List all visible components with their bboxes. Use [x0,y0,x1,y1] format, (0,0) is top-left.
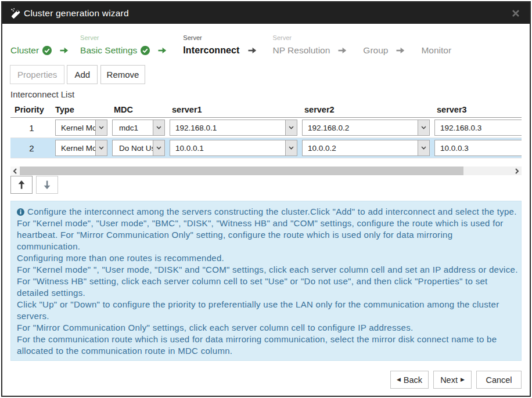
server1-select-value: 10.0.0.1 [170,140,285,155]
server3-cell: 192.168.0.3 [432,118,522,138]
step-cluster: Cluster [10,34,52,57]
toolbar: Properties Add Remove [10,65,148,84]
column-header-server1: server1 [167,104,300,117]
remove-button[interactable]: Remove [100,65,145,84]
type-select-value: Kernel Mode [56,140,95,155]
type-cell: Kernel Mode [53,138,110,158]
info-line-text: allocated to the communication route in … [17,346,232,356]
close-icon[interactable] [512,2,520,24]
wizard-stepper: ClusterServerBasic SettingsServerInterco… [10,34,451,57]
chevron-down-icon [95,120,107,135]
type-select[interactable]: Kernel Mode [55,120,107,136]
interconnect-list-label: Interconnect List [10,89,74,99]
info-line-text: Configure the interconnect among the ser… [27,207,517,216]
chevron-down-icon [285,140,297,155]
magic-wand-icon [10,8,21,19]
scroll-left-icon[interactable] [10,167,20,175]
info-line: Configure the interconnect among the ser… [17,206,516,218]
titlebar: Cluster generation wizard [2,2,530,24]
info-line: For "Witness HB" setting, click each ser… [17,276,516,287]
info-line-text: For "Kernel mode", "User mode", "BMC", "… [17,218,504,228]
properties-button[interactable]: Properties [10,65,64,84]
info-line-text: For "Witness HB" setting, click each ser… [17,276,488,286]
check-circle-icon [141,46,150,55]
chevron-down-icon [153,140,164,155]
move-up-button[interactable] [10,176,33,194]
column-header-mdc: MDC [110,104,167,117]
arrow-right-icon [248,47,257,54]
info-icon [17,207,24,219]
server3-select-value: 10.0.0.3 [435,140,522,155]
server2-cell: 192.168.0.2 [300,118,432,138]
back-triangle-icon: ◀ [397,377,401,382]
arrow-right-icon [396,47,405,54]
step-arrow-icon [60,44,69,57]
interconnect-row-1[interactable]: 1Kernel Modemdc1192.168.0.1192.168.0.219… [10,118,522,138]
step-group-label: Server [183,34,239,44]
footer: ◀ Back Next ▶ Cancel [386,371,522,389]
back-button[interactable]: ◀ Back [390,371,429,389]
step-monitor: Monitor [421,34,451,57]
chevron-down-icon [285,120,297,135]
priority-updown [10,176,62,194]
server1-select-value: 192.168.0.1 [170,120,285,135]
dialog-body: ClusterServerBasic SettingsServerInterco… [2,24,530,396]
scroll-right-icon[interactable] [512,167,522,175]
mdc-cell: mdc1 [110,118,167,138]
type-select[interactable]: Kernel Mode [55,140,107,156]
info-line-text: For the communication route which is use… [17,334,497,344]
server2-select-value: 10.0.0.2 [303,140,418,155]
mdc-cell: Do Not Use [110,138,167,158]
move-down-button[interactable] [36,176,58,194]
server2-select[interactable]: 10.0.0.2 [302,140,430,156]
info-line: servers. [17,310,516,322]
column-header-server3: server3 [432,104,522,117]
server3-select[interactable]: 10.0.0.3 [434,140,522,156]
chevron-down-icon [418,140,429,155]
table-header-row: PriorityTypeMDCserver1server2server3 [10,104,522,118]
mdc-select[interactable]: Do Not Use [112,140,165,156]
step-arrow-icon [396,44,405,57]
up-arrow-icon [17,180,26,190]
add-button[interactable]: Add [67,65,98,84]
priority-cell: 1 [10,118,53,138]
type-cell: Kernel Mode [53,118,110,138]
next-button-label: Next [440,375,458,385]
step-label: Group [363,45,388,56]
info-line-text: communication. [17,241,80,251]
next-triangle-icon: ▶ [461,377,465,382]
info-line: allocated to the communication route in … [17,345,516,357]
mdc-select[interactable]: mdc1 [112,120,165,136]
next-button[interactable]: Next ▶ [433,371,472,389]
server2-select[interactable]: 192.168.0.2 [302,120,430,136]
step-arrow-icon [338,44,347,57]
scrollbar-thumb[interactable] [20,167,463,175]
info-line: detailed settings. [17,287,516,299]
server3-select-value: 192.168.0.3 [435,120,522,135]
step-label: Cluster [10,45,39,56]
server1-select[interactable]: 192.168.0.1 [170,120,297,136]
priority-cell: 2 [10,138,53,158]
arrow-right-icon [338,47,347,54]
info-line-text: For "Mirror Communication Only" settings… [17,323,414,332]
server1-select[interactable]: 10.0.0.1 [170,140,297,156]
info-line: communication. [17,241,516,252]
info-line: For "Kernel mode" ", "User mode, "DISK" … [17,264,516,276]
chevron-down-icon [418,120,429,135]
server3-select[interactable]: 192.168.0.3 [434,120,522,136]
step-np-resolution: ServerNP Resolution [273,34,330,57]
info-line: Click "Up" or "Down" to configure the pr… [17,299,516,310]
step-arrow-icon [158,44,167,57]
info-line-text: Click "Up" or "Down" to configure the pr… [17,299,499,309]
step-group: Group [363,34,388,57]
server2-select-value: 192.168.0.2 [303,120,418,135]
interconnect-row-2[interactable]: 2Kernel ModeDo Not Use10.0.0.110.0.0.210… [10,138,522,158]
chevron-down-icon [95,140,107,155]
cancel-button[interactable]: Cancel [476,371,522,389]
check-circle-icon [42,46,52,55]
column-header-server2: server2 [300,104,432,117]
cluster-generation-wizard-dialog: Cluster generation wizard ClusterServerB… [1,1,531,397]
window-title: Cluster generation wizard [24,8,129,19]
horizontal-scrollbar[interactable] [10,167,522,175]
step-arrow-icon [248,44,257,57]
